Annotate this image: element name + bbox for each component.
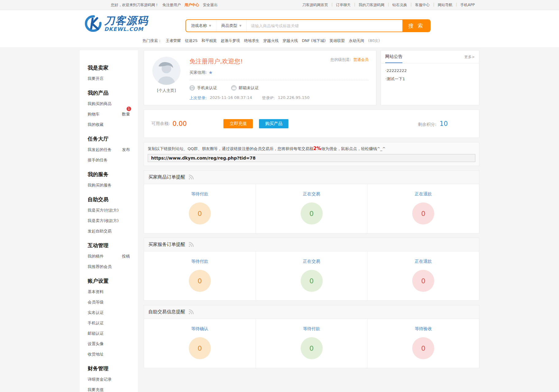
order-status-column[interactable]: 等待付款 0 <box>256 319 367 368</box>
sidebar-entry[interactable]: 我推荐的会员 <box>80 262 138 272</box>
logout-link[interactable]: 安全退出 <box>203 2 218 8</box>
phone-verify-link[interactable]: 手机未认证 <box>189 85 217 91</box>
hot-search-keyword[interactable]: 穿越火线 <box>283 38 298 43</box>
buy-product-button[interactable]: 购买产品 <box>259 119 288 128</box>
sidebar-entry[interactable]: 基本资料 <box>80 287 138 297</box>
login-ip-label: 登录IP: <box>262 95 275 101</box>
search-input[interactable] <box>247 20 402 32</box>
hot-search-keyword[interactable]: 绝地求生 <box>244 38 259 43</box>
sidebar-entry[interactable]: 会员等级 <box>80 297 138 307</box>
sidebar-entry: 我的产品 <box>80 88 138 98</box>
sidebar-entry[interactable]: 我的稿件 投稿 <box>80 251 138 262</box>
sidebar-entry-label: 我的收藏 <box>88 119 104 130</box>
sidebar-entry[interactable]: 接手的任务 <box>80 155 138 165</box>
topbar-nav-link[interactable]: 钻石兑换 <box>388 2 411 8</box>
order-status-column[interactable]: 正在退款 0 <box>367 184 479 233</box>
email-verify-link[interactable]: 邮箱未认证 <box>231 85 259 91</box>
search-button[interactable]: 搜 索 <box>402 20 430 32</box>
sidebar-entry-label: 我要充值 <box>88 385 104 392</box>
avatar[interactable] <box>152 57 181 85</box>
topbar-nav-link[interactable]: 手机APP <box>456 2 479 8</box>
sidebar-entry-label: 我要开店 <box>88 74 104 84</box>
level-value-link[interactable]: 普通会员 <box>353 57 369 62</box>
order-status-column[interactable]: 正在交易 0 <box>256 251 367 300</box>
sidebar-entry[interactable]: 实名认证 <box>80 307 138 318</box>
recharge-button[interactable]: 立即充值 <box>223 119 253 128</box>
user-center-link[interactable]: 用户中心 <box>184 2 199 8</box>
order-status-label: 正在退款 <box>367 191 479 197</box>
notice-item[interactable]: ·22222222 <box>385 66 475 75</box>
hot-search-keyword[interactable]: 穿越火线 <box>263 38 279 43</box>
sidebar-entry[interactable]: 手机认证 <box>80 318 138 328</box>
referral-text-after: 做为佣金，鼠标点点，轻松赚钱^_^ <box>321 146 386 151</box>
sidebar-entry[interactable]: 我要充值 <box>80 385 138 392</box>
sidebar-entry-extra-link[interactable]: 数量 <box>122 112 130 116</box>
sidebar-entry-extra-link[interactable]: 发布 <box>122 147 130 152</box>
sidebar-entry-label: 任务大厅 <box>88 134 108 144</box>
sidebar-entry[interactable]: 收货地址 <box>80 349 138 360</box>
referral-panel: 复制以下链接到论坛、QQ群、朋友圈等，通过该链接注册的会员交易后，您将获得每笔交… <box>144 142 479 166</box>
referral-url-field[interactable]: https://www.dkym.com/reg/reg.php?tid=78 <box>148 154 475 162</box>
order-status-column[interactable]: 正在退款 0 <box>367 251 479 300</box>
site-logo[interactable]: 刀客源码 DKEWL.COM <box>84 14 148 33</box>
username-link[interactable]: 免注册用户 <box>162 2 181 8</box>
topbar-nav: 刀客源码网首页订单聊天我的刀客源码网钻石兑换客服中心网站导航手机APP <box>298 2 479 8</box>
balance-label: 可用余额: <box>151 121 170 126</box>
sidebar-entry[interactable]: 我是买方(付款方) <box>80 205 138 216</box>
sidebar-entry[interactable]: 详细资金记录 <box>80 374 138 385</box>
sidebar-entry-label: 我的服务 <box>88 169 108 179</box>
order-status-column[interactable]: 正在交易 0 <box>256 184 367 233</box>
welcome-message: 免注册用户,欢迎您! <box>189 57 243 66</box>
topbar-nav-link[interactable]: 客服中心 <box>411 2 434 8</box>
notice-item[interactable]: ·测试一下1 <box>385 75 475 83</box>
profile-home-link[interactable]: [个人主页] <box>157 88 176 93</box>
sidebar-entry-label: 我推荐的会员 <box>88 262 112 272</box>
order-status-label: 等待付款 <box>256 326 367 332</box>
order-status-label: 等待确认 <box>144 326 256 332</box>
buyer-credit-label: 买家信用: <box>189 70 207 75</box>
sidebar-entry[interactable]: 我是卖方(收款方) <box>80 216 138 226</box>
product-type-dropdown[interactable]: 商品类型 ▼ <box>216 20 247 32</box>
hot-search-keyword[interactable]: 王者荣耀 <box>166 38 181 43</box>
sidebar-entry: 财务管理 <box>80 363 138 374</box>
phone-icon <box>189 85 195 91</box>
sidebar-entry-label: 我是卖家 <box>88 62 108 73</box>
sidebar-entry[interactable]: 我要开店 <box>80 74 138 84</box>
notice-more-link[interactable]: 更多> <box>464 55 475 63</box>
chevron-down-icon: ▼ <box>209 24 211 27</box>
topbar-nav-link[interactable]: 订单聊天 <box>332 2 355 8</box>
sidebar-entry-label: 实名认证 <box>88 307 104 318</box>
sidebar-entry[interactable]: 我购买的服务 <box>80 180 138 190</box>
sidebar-entry[interactable]: 购物车 1 数量 <box>80 109 138 119</box>
order-status-column[interactable]: 等待付款 0 <box>144 251 256 300</box>
hot-search-keyword[interactable]: 和平精英 <box>201 38 217 43</box>
order-status-column[interactable]: 等待付款 0 <box>144 184 256 233</box>
order-status-column[interactable]: 等待确认 0 <box>144 319 256 368</box>
sidebar-entry[interactable]: 邮箱认证 <box>80 328 138 339</box>
hot-search-keyword[interactable]: 永劫无间 <box>349 38 364 43</box>
notice-title: 网站公告 <box>385 54 402 63</box>
sidebar-entry[interactable]: 我发起的任务 发布 <box>80 145 138 155</box>
mail-icon <box>231 85 237 91</box>
sidebar-entry-label: 邮箱认证 <box>88 328 104 339</box>
user-info-panel: [个人主页] 免注册用户,欢迎您! 您的级别是: 普通会员 买家信用: ★ <box>144 50 376 105</box>
topbar-nav-link[interactable]: 我的刀客源码网 <box>355 2 388 8</box>
topbar-nav-link[interactable]: 网站导航 <box>434 2 456 8</box>
sidebar-entry-label: 自助交易 <box>88 194 108 205</box>
hot-search-keyword[interactable]: 英雄联盟 <box>329 38 345 43</box>
sidebar-entry[interactable]: 我的收藏 <box>80 119 138 130</box>
sidebar: 我是卖家 我要开店 我的产品 <box>80 50 138 392</box>
hot-search-keyword[interactable]: DNF (地下城) <box>302 38 325 43</box>
topbar-nav-link[interactable]: 刀客源码网首页 <box>298 2 332 8</box>
sidebar-entry-extra-link[interactable]: 投稿 <box>122 254 130 258</box>
hot-search-keyword[interactable]: 超激斗梦境 <box>221 38 240 43</box>
hot-search-keyword[interactable]: 征途2S <box>185 38 198 43</box>
sidebar-entry[interactable]: 发起自助交易 <box>80 226 138 236</box>
hot-search-keywords: 王者荣耀征途2S和平精英超激斗梦境绝地求生穿越火线穿越火线DNF (地下城)英雄… <box>166 38 364 43</box>
buyer-service-orders-panel: 买家服务订单提醒 等待付款 0 正在交易 0 <box>144 238 479 301</box>
sidebar-entry-label: 我的稿件 <box>88 251 104 262</box>
order-status-column[interactable]: 等待验收 0 <box>367 319 479 368</box>
self-trade-info-panel: 自助交易信息提醒 等待确认 0 等待付款 0 <box>144 305 479 368</box>
sidebar-entry[interactable]: 设置头像 <box>80 339 138 349</box>
game-name-dropdown[interactable]: 游戏名称 ▼ <box>186 20 216 32</box>
